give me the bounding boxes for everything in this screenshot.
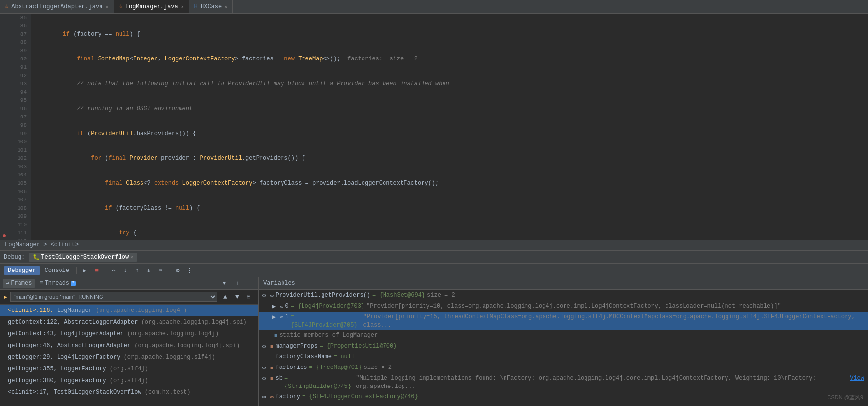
close-icon[interactable]: ✕ [181, 4, 184, 10]
debug-content: ↩ Frames ≡ Threads * ▼ + − ▶ [0, 277, 868, 406]
var-name-7: sb [276, 374, 283, 383]
separator [76, 267, 77, 274]
expand-btn[interactable]: + [232, 278, 242, 289]
var-item-6[interactable]: ∞ ≡ factories = {TreeMap@701} size = 2 [259, 363, 868, 373]
var-item-1[interactable]: ▶ ∞ 0 = {Log4jProvider@703} "Provider[pr… [259, 301, 868, 312]
resume-btn[interactable]: ▶ [80, 265, 90, 276]
var-item-7[interactable]: ∞ ≡ sb = {StringBuilder@745} "Multiple l… [259, 373, 868, 392]
expand-icon-8[interactable]: ∞ [262, 393, 268, 402]
debug-icon: 🐛 [33, 254, 40, 260]
var-name-6: factories [276, 364, 307, 372]
evaluate-btn[interactable]: ⌨ [155, 265, 166, 276]
run-to-cursor-btn[interactable]: ↡ [143, 265, 154, 276]
frame-item-2[interactable]: getContext:43, Log4jLoggerAdapter (org.a… [0, 328, 258, 340]
stop-btn[interactable]: ■ [91, 265, 102, 276]
frame-method-6: getLogger:380, [8, 377, 61, 384]
expand-icon-0[interactable]: ∞ [262, 292, 268, 300]
frame-pkg-4: (org.apache.logging.slf4j) [124, 354, 215, 361]
debug-session-tab[interactable]: 🐛 Test01LoggerStackOverflow ✕ [29, 253, 137, 262]
var-extra-6: size = 2 [363, 364, 392, 372]
frame-item-1[interactable]: getContext:122, AbstractLoggerAdapter (o… [0, 316, 258, 328]
expand-icon-6[interactable]: ∞ [262, 364, 268, 372]
var-item-4[interactable]: ∞ ≡ managerProps = {PropertiesUtil@700} [259, 341, 868, 352]
gutter-116: ● [0, 232, 9, 240]
var-item-5[interactable]: ≡ factoryClassName = null [259, 352, 868, 363]
thread-up-btn[interactable]: ▲ [220, 291, 231, 302]
line-89: if (ProviderUtil.hasProviders()) { [35, 130, 868, 138]
gutter-107 [0, 169, 9, 175]
var-value-2: = {SLF4JProvider@705} [291, 313, 362, 329]
close-icon[interactable]: ✕ [105, 4, 108, 10]
var-value-8: = {SLF4JLoggerContextFactory@746} [302, 393, 418, 401]
view-link-7[interactable]: View [850, 374, 864, 383]
gutter-97 [0, 98, 9, 105]
frame-item-0[interactable]: <clinit>:116, LogManager (org.apache.log… [0, 305, 258, 316]
tab-bar: ☕ AbstractLoggerAdapter.java ✕ ☕ LogMana… [0, 0, 868, 14]
debug-tabs: Debug: 🐛 Test01LoggerStackOverflow ✕ [0, 251, 868, 264]
more-btn[interactable]: ⋮ [184, 265, 195, 276]
frame-method-3: getLogger:46, [8, 342, 57, 349]
var-name-8: factory [276, 393, 300, 401]
thread-dropdown[interactable]: "main"@1 in group "main": RUNNING [10, 292, 217, 302]
frames-toolbar: ↩ Frames ≡ Threads * ▼ + − [0, 277, 258, 290]
gutter-110 [0, 190, 9, 196]
var-value-1: = {Log4jProvider@703} [291, 302, 364, 310]
frame-item-6[interactable]: getLogger:380, LoggerFactory (org.slf4j) [0, 375, 258, 387]
var-item-2[interactable]: ▶ ∞ 1 = {SLF4JProvider@705} "Provider[pr… [259, 312, 868, 330]
gutter-112 [0, 204, 9, 211]
gutter-99 [0, 112, 9, 119]
frame-item-7[interactable]: <clinit>:17, Test01LoggerStackOverflow (… [0, 387, 258, 398]
expand-icon-2[interactable]: ▶ [272, 313, 278, 322]
frames-tab[interactable]: ↩ Frames [3, 279, 35, 288]
gutter-icons: ● [0, 14, 9, 240]
debugger-label: Debugger [8, 267, 36, 274]
threads-tab[interactable]: ≡ Threads * [37, 279, 79, 288]
line-87: // note that the following initial call … [35, 80, 868, 88]
separator2 [105, 267, 105, 274]
line-91: final Class<? extends LoggerContextFacto… [35, 179, 868, 188]
gutter-111 [0, 197, 9, 204]
settings-btn[interactable]: ⚙ [172, 265, 183, 276]
expand-icon-7[interactable]: ∞ [262, 375, 268, 383]
frame-class-5: LoggerFactory [61, 366, 110, 372]
field-icon-4: ≡ [270, 343, 274, 351]
gutter-87 [0, 28, 9, 35]
gutter-105 [0, 155, 9, 161]
case-icon: H [194, 3, 198, 10]
thread-nav-btns: ▲ ▼ ⊟ [220, 291, 254, 302]
thread-down-btn[interactable]: ▼ [232, 291, 242, 302]
thread-selector: ▶ "main"@1 in group "main": RUNNING ▲ ▼ … [0, 290, 258, 305]
debugger-tab[interactable]: Debugger [4, 266, 40, 275]
var-name-0: ProviderUtil.getProviders() [276, 291, 370, 300]
close-icon[interactable]: ✕ [130, 254, 133, 260]
filter-btn[interactable]: ▼ [219, 278, 230, 289]
tab-logmanager[interactable]: ☕ LogManager.java ✕ [114, 0, 189, 13]
gutter-90 [0, 49, 9, 56]
frame-item-4[interactable]: getLogger:29, Log4jLoggerFactory (org.ap… [0, 351, 258, 363]
tab-hxcase[interactable]: H HXCase ✕ [189, 0, 233, 13]
var-item-8[interactable]: ∞ ∞ factory = {SLF4JLoggerContextFactory… [259, 392, 868, 403]
var-item-0[interactable]: ∞ ∞ ProviderUtil.getProviders() = {HashS… [259, 290, 868, 301]
frame-item-3[interactable]: getLogger:46, AbstractLoggerAdapter (org… [0, 340, 258, 351]
thread-filter-btn[interactable]: ⊟ [243, 291, 254, 302]
variables-list[interactable]: ∞ ∞ ProviderUtil.getProviders() = {HashS… [259, 290, 868, 406]
expand-icon-4[interactable]: ∞ [262, 343, 268, 351]
expand-icon-1[interactable]: ▶ [272, 303, 278, 311]
step-over-btn[interactable]: ↷ [108, 265, 119, 276]
step-out-btn[interactable]: ↑ [132, 265, 142, 276]
console-tab[interactable]: Console [41, 266, 73, 275]
code-content[interactable]: ● 85 86 87 88 89 90 91 92 93 94 95 96 97… [0, 14, 868, 240]
variables-panel: Variables ∞ ∞ ProviderUtil.getProviders(… [259, 277, 868, 406]
frame-item-5[interactable]: getLogger:355, LoggerFactory (org.slf4j) [0, 363, 258, 375]
step-into-btn[interactable]: ↓ [120, 265, 131, 276]
gutter-103 [0, 140, 9, 147]
tab-abstractloggeradapter[interactable]: ☕ AbstractLoggerAdapter.java ✕ [0, 0, 114, 13]
close-icon[interactable]: ✕ [224, 4, 227, 10]
collapse-btn[interactable]: − [244, 278, 255, 289]
line-85: if (factory == null) { [35, 30, 868, 39]
var-name-2: 1 [285, 313, 289, 321]
threads-icon: ≡ [40, 280, 43, 287]
gutter-88 [0, 35, 9, 41]
frame-method-5: getLogger:355, [8, 366, 61, 372]
gutter-108 [0, 175, 9, 182]
